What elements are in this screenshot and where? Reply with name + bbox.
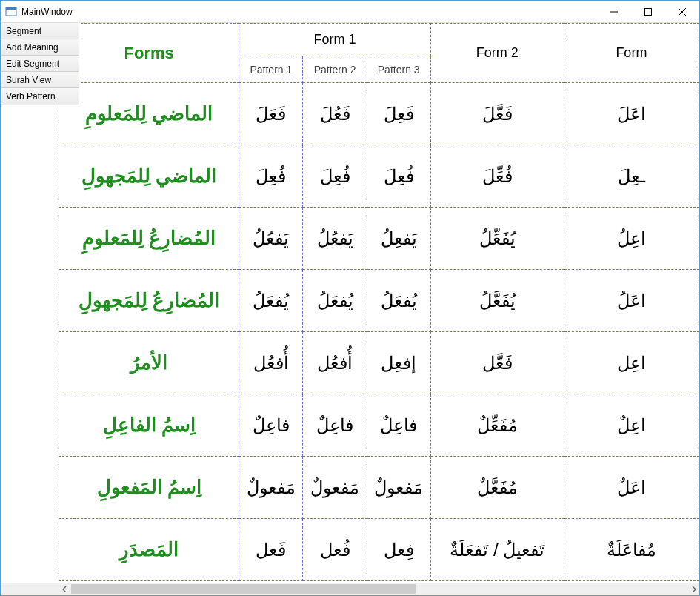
forms-corner-label: Forms	[59, 24, 239, 83]
toolstrip-segment[interactable]: Segment	[1, 23, 79, 39]
cell: فِعل	[367, 519, 430, 581]
cell: أُفعُل	[303, 332, 367, 394]
cell: اعِل	[564, 332, 699, 394]
grid-viewport: Forms Form 1 Form 2 Form Pattern 1 Patte…	[1, 23, 699, 583]
scrollbar-track[interactable]	[71, 583, 687, 595]
cell: مُفَعِّلٌ	[430, 394, 564, 457]
cell: فَعَّلَ	[430, 83, 564, 145]
row-label: المُضارِعُ لِلمَجهولِ	[59, 270, 239, 332]
table-row: الماضي لِلمَعلومِ فَعَلَ فَعُلَ فَعِلَ ف…	[59, 83, 699, 145]
cell: فَعِلَ	[367, 83, 430, 145]
cell: يَفعِلُ	[367, 208, 430, 270]
cell: تَفعيلٌ / تَفعَلَةٌ	[430, 519, 564, 581]
scroll-right-icon[interactable]	[687, 583, 699, 595]
window-title: MainWindow	[21, 7, 73, 17]
cell: فَعَلَ	[239, 83, 303, 145]
cell: فَعُلَ	[303, 83, 367, 145]
cell: يُفعَلُ	[239, 270, 303, 332]
header-pattern2: Pattern 2	[303, 56, 367, 83]
cell: فُعِلَ	[367, 145, 430, 208]
header-form1: Form 1	[239, 24, 430, 56]
row-label: الأمرُ	[59, 332, 239, 394]
cell: فَعل	[239, 519, 303, 581]
header-pattern3: Pattern 3	[367, 56, 430, 83]
toolstrip-edit-segment[interactable]: Edit Segment	[1, 56, 79, 72]
cell: يُفَعِّلُ	[430, 208, 564, 270]
header-pattern1: Pattern 1	[239, 56, 303, 83]
svg-rect-2	[645, 8, 652, 15]
cell: اعَلٌ	[564, 457, 699, 519]
toolbtn-label: Surah View	[6, 75, 51, 85]
cell: إفعِل	[367, 332, 430, 394]
cell: فاعِلٌ	[303, 394, 367, 457]
table-row: اِسمُ المَفعولِ مَفعولٌ مَفعولٌ مَفعولٌ …	[59, 457, 699, 519]
cell: يُفعَلُ	[303, 270, 367, 332]
cell: اعَلَ	[564, 83, 699, 145]
table-row: المُضارِعُ لِلمَجهولِ يُفعَلُ يُفعَلُ يُ…	[59, 270, 699, 332]
table-row: المُضارِعُ لِلمَعلومِ يَفعُلُ يَفعُلُ يَ…	[59, 208, 699, 270]
toolstrip: Segment Add Meaning Edit Segment Surah V…	[1, 23, 79, 105]
cell: ـعِلَ	[564, 145, 699, 208]
scroll-left-icon[interactable]	[59, 583, 71, 595]
cell: يَفعُلُ	[239, 208, 303, 270]
cell: مُفاعَلَةٌ	[564, 519, 699, 581]
row-label: المَصدَرِ	[59, 519, 239, 581]
cell: فُعل	[303, 519, 367, 581]
scrollbar-thumb[interactable]	[71, 584, 416, 594]
maximize-button[interactable]	[631, 1, 665, 23]
row-label: اِسمُ الفاعِلِ	[59, 394, 239, 457]
app-icon	[5, 6, 17, 18]
cell: يُفعَلُ	[367, 270, 430, 332]
cell: اعَلُ	[564, 270, 699, 332]
cell: أُفعُل	[239, 332, 303, 394]
cell: فَعَّل	[430, 332, 564, 394]
toolstrip-verb-pattern[interactable]: Verb Pattern	[1, 88, 79, 105]
verb-forms-table: Forms Form 1 Form 2 Form Pattern 1 Patte…	[59, 23, 699, 581]
table-row: اِسمُ الفاعِلِ فاعِلٌ فاعِلٌ فاعِلٌ مُفَ…	[59, 394, 699, 457]
close-button[interactable]	[665, 1, 699, 23]
main-window: MainWindow Segment Add Meaning Edit Segm…	[0, 0, 700, 596]
cell: مَفعولٌ	[239, 457, 303, 519]
header-form3: Form	[564, 24, 699, 83]
cell: فُعِلَ	[239, 145, 303, 208]
svg-rect-1	[6, 7, 16, 10]
row-label: الماضي لِلمَجهولِ	[59, 145, 239, 208]
row-label: اِسمُ المَفعولِ	[59, 457, 239, 519]
cell: مَفعولٌ	[303, 457, 367, 519]
toolbtn-label: Add Meaning	[6, 42, 59, 53]
cell: فُعِلَ	[303, 145, 367, 208]
cell: يُفَعَّلُ	[430, 270, 564, 332]
cell: اعِلُ	[564, 208, 699, 270]
cell: فاعِلٌ	[239, 394, 303, 457]
header-form2: Form 2	[430, 24, 564, 83]
cell: فُعِّلَ	[430, 145, 564, 208]
cell: مُفَعَّلٌ	[430, 457, 564, 519]
table-row: المَصدَرِ فَعل فُعل فِعل تَفعيلٌ / تَفعَ…	[59, 519, 699, 581]
horizontal-scrollbar[interactable]	[59, 583, 699, 595]
row-label: الماضي لِلمَعلومِ	[59, 83, 239, 145]
row-label: المُضارِعُ لِلمَعلومِ	[59, 208, 239, 270]
table-row: الماضي لِلمَجهولِ فُعِلَ فُعِلَ فُعِلَ ف…	[59, 145, 699, 208]
table-row: الأمرُ أُفعُل أُفعُل إفعِل فَعَّل اعِل	[59, 332, 699, 394]
cell: اعِلٌ	[564, 394, 699, 457]
cell: مَفعولٌ	[367, 457, 430, 519]
toolbtn-label: Segment	[6, 26, 41, 36]
minimize-button[interactable]	[597, 1, 631, 23]
scrollbar-corner	[1, 583, 59, 595]
cell: يَفعُلُ	[303, 208, 367, 270]
toolbtn-label: Verb Pattern	[6, 91, 56, 102]
client-area: Segment Add Meaning Edit Segment Surah V…	[1, 23, 699, 595]
toolstrip-surah-view[interactable]: Surah View	[1, 72, 79, 88]
cell: فاعِلٌ	[367, 394, 430, 457]
title-bar: MainWindow	[1, 1, 699, 23]
toolbtn-label: Edit Segment	[6, 59, 59, 69]
toolstrip-add-meaning[interactable]: Add Meaning	[1, 39, 79, 56]
